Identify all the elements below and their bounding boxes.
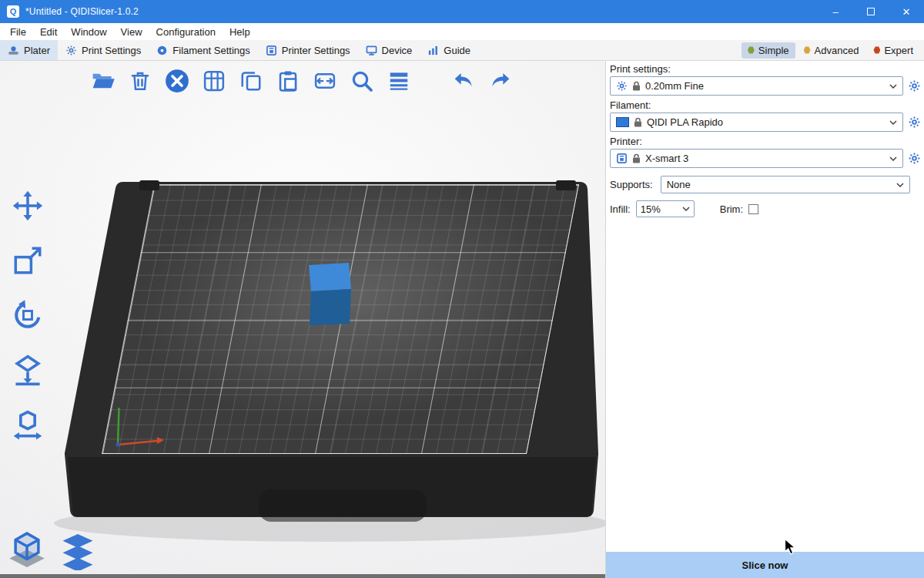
- move-button[interactable]: [6, 184, 49, 227]
- delete-icon: [129, 69, 152, 92]
- infill-select[interactable]: 15%: [636, 200, 695, 217]
- mode-label: Expert: [884, 45, 913, 56]
- window-controls: – ✕: [818, 0, 924, 23]
- tab-print-settings[interactable]: Print Settings: [58, 40, 149, 60]
- tab-filament-settings[interactable]: Filament Settings: [149, 40, 257, 60]
- split-button[interactable]: [311, 67, 339, 95]
- edit-printer-button[interactable]: [907, 152, 921, 166]
- filament-value: QIDI PLA Rapido: [647, 116, 885, 128]
- tab-printer-settings[interactable]: Printer Settings: [258, 40, 358, 60]
- app-window: Q *Untitled - QIDISlicer-1.0.2 – ✕ File …: [0, 0, 924, 578]
- paste-button[interactable]: [274, 67, 302, 95]
- mode-switcher: Simple Advanced Expert: [742, 40, 924, 60]
- viewport-toolbar: [89, 67, 514, 95]
- gizmo-toolbar: [6, 184, 49, 446]
- menu-configuration[interactable]: Configuration: [149, 26, 223, 38]
- plater-icon: [8, 45, 19, 56]
- undo-icon: [451, 69, 476, 93]
- tab-plater[interactable]: Plater: [0, 40, 58, 60]
- paste-icon: [276, 69, 300, 92]
- printer-value: X-smart 3: [645, 153, 885, 164]
- scale-button[interactable]: [6, 239, 49, 282]
- minimize-icon: –: [832, 6, 838, 18]
- layers-view-button[interactable]: [55, 528, 100, 573]
- arrange-button[interactable]: [200, 67, 228, 95]
- view-mode-toolbar: [5, 528, 100, 573]
- menu-view[interactable]: View: [114, 26, 149, 38]
- supports-label: Supports:: [610, 179, 653, 190]
- filament-select[interactable]: QIDI PLA Rapido: [610, 113, 903, 132]
- redo-button[interactable]: [487, 67, 514, 95]
- infill-label: Infill:: [610, 203, 631, 215]
- advanced-mode-icon: [804, 46, 811, 54]
- brim-checkbox[interactable]: [748, 204, 758, 214]
- 3d-view-button[interactable]: [5, 528, 49, 573]
- chevron-down-icon: [682, 207, 690, 211]
- gear-icon: [908, 152, 921, 165]
- infill-value: 15%: [641, 203, 678, 215]
- printer-icon: [616, 153, 628, 164]
- minimize-button[interactable]: –: [818, 0, 853, 23]
- gear-icon: [616, 80, 628, 92]
- open-folder-icon: [91, 69, 116, 93]
- menu-help[interactable]: Help: [223, 26, 257, 38]
- tab-guide[interactable]: Guide: [420, 40, 478, 60]
- open-file-button[interactable]: [89, 67, 117, 95]
- mode-expert[interactable]: Expert: [867, 42, 919, 59]
- redo-icon: [488, 69, 513, 93]
- maximize-button[interactable]: [853, 0, 889, 23]
- gear-icon: [908, 116, 921, 129]
- bed-clip-right: [556, 180, 576, 190]
- mode-advanced[interactable]: Advanced: [798, 42, 865, 59]
- print-settings-label: Print settings:: [610, 63, 922, 75]
- tabbar: Plater Print Settings Filament Settings …: [0, 40, 924, 61]
- tab-label: Plater: [24, 45, 50, 56]
- chevron-down-icon: [896, 183, 904, 187]
- menu-edit[interactable]: Edit: [33, 26, 64, 38]
- maximize-icon: [867, 8, 875, 15]
- search-icon: [350, 69, 374, 93]
- delete-all-button[interactable]: [163, 67, 191, 95]
- measure-icon: [11, 408, 45, 442]
- edit-print-settings-button[interactable]: [907, 79, 921, 93]
- tab-device[interactable]: Device: [358, 40, 420, 60]
- copy-button[interactable]: [237, 67, 265, 95]
- undo-button[interactable]: [450, 67, 477, 95]
- 3d-view-icon: [5, 529, 49, 572]
- scale-icon: [12, 244, 44, 277]
- device-icon: [366, 45, 377, 56]
- app-logo-icon: Q: [7, 5, 19, 18]
- printer-select[interactable]: X-smart 3: [610, 149, 903, 168]
- copy-icon: [239, 69, 263, 92]
- edit-filament-button[interactable]: [907, 116, 921, 129]
- tab-label: Filament Settings: [172, 45, 249, 56]
- supports-select[interactable]: None: [661, 176, 910, 193]
- viewport-bottom-bar: [0, 574, 605, 578]
- origin-axes: [116, 408, 164, 447]
- simple-mode-icon: [748, 46, 755, 54]
- tab-label: Printer Settings: [282, 45, 350, 56]
- 3d-viewport[interactable]: [0, 61, 605, 578]
- tab-label: Guide: [444, 45, 470, 56]
- print-settings-value: 0.20mm Fine: [645, 80, 885, 92]
- print-settings-select[interactable]: 0.20mm Fine: [610, 76, 903, 96]
- printer-label: Printer:: [610, 136, 922, 147]
- gear-icon: [908, 79, 921, 92]
- supports-value: None: [667, 179, 892, 190]
- close-button[interactable]: ✕: [889, 0, 924, 23]
- scene-overlay: [0, 61, 605, 578]
- tab-label: Device: [382, 45, 413, 56]
- measure-button[interactable]: [6, 403, 49, 446]
- menu-window[interactable]: Window: [64, 26, 113, 38]
- menu-file[interactable]: File: [3, 26, 33, 38]
- variable-layer-height-button[interactable]: [385, 67, 413, 95]
- rotate-button[interactable]: [6, 294, 49, 337]
- delete-button[interactable]: [126, 67, 154, 95]
- delete-all-icon: [164, 68, 190, 94]
- model-cube[interactable]: [309, 263, 351, 325]
- slice-now-button[interactable]: Slice now: [606, 552, 924, 578]
- lock-icon: [632, 81, 641, 91]
- place-on-face-button[interactable]: [6, 348, 49, 391]
- mode-simple[interactable]: Simple: [742, 42, 795, 59]
- search-button[interactable]: [348, 67, 376, 95]
